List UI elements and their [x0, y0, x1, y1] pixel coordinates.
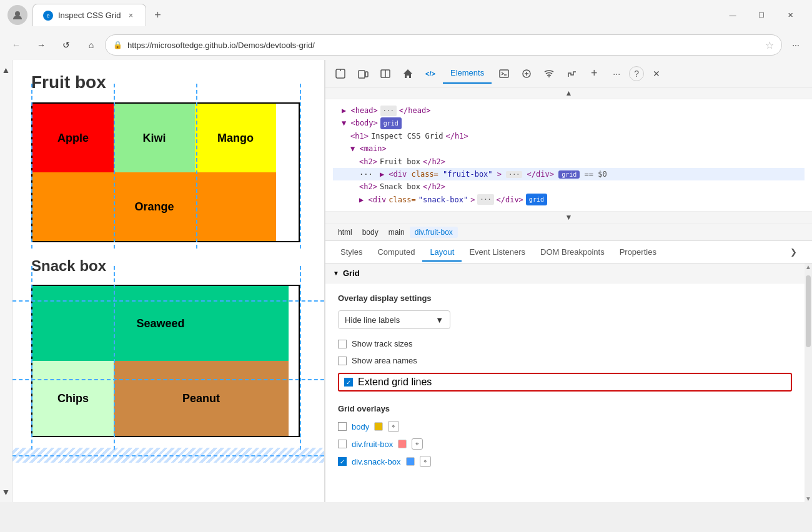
devtools-panel: </> Elements + ··· ? ✕ ▲	[325, 60, 812, 502]
overlay-body-label: body	[352, 422, 369, 431]
snack-ellipsis[interactable]: ···	[477, 194, 493, 205]
fruit-ellipsis[interactable]: ···	[506, 171, 522, 178]
performance-button[interactable]	[562, 64, 582, 84]
overlay-snack-label: div.snack-box	[352, 457, 401, 466]
h2-fruit-tag: <h2>	[359, 155, 377, 168]
div-fruit-tag: ▶ <div	[380, 170, 412, 179]
close-button[interactable]: ✕	[776, 5, 805, 25]
elements-icon[interactable]: </>	[420, 64, 440, 84]
url-text: https://microsoftedge.github.io/Demos/de…	[127, 41, 760, 50]
overlay-snack-color[interactable]	[406, 457, 415, 466]
bc-body[interactable]: body	[357, 227, 384, 238]
maximize-button[interactable]: ☐	[747, 5, 776, 25]
elements-tab[interactable]: Elements	[443, 64, 492, 84]
split-view-button[interactable]	[375, 64, 395, 84]
tab-styles[interactable]: Styles	[333, 242, 370, 262]
tab-close-button[interactable]: ×	[126, 11, 136, 21]
layout-section: Overlay display settings Hide line label…	[325, 283, 805, 483]
devtools-scrollbar[interactable]: ▲ ▼	[805, 264, 812, 502]
forward-button[interactable]: →	[30, 34, 52, 56]
div-fruit-class-value: "fruit-box"	[443, 170, 492, 179]
show-track-sizes-row: Show track sizes	[338, 339, 792, 348]
back-button[interactable]: ←	[5, 34, 27, 56]
address-bar[interactable]: 🔒 https://microsoftedge.github.io/Demos/…	[105, 34, 782, 56]
div-fruit-end: </div>	[527, 170, 554, 179]
scroll-down-arrow[interactable]: ▼	[805, 495, 812, 502]
bc-main[interactable]: main	[384, 227, 410, 238]
show-track-sizes-checkbox[interactable]	[338, 340, 347, 348]
bc-fruit-box[interactable]: div.fruit-box	[410, 227, 458, 238]
favorite-icon: ☆	[765, 39, 774, 51]
dom-scroll-up[interactable]: ▲	[563, 87, 575, 99]
lock-icon: 🔒	[113, 41, 122, 49]
dropdown-wrapper: Hide line labels ▼	[338, 310, 792, 329]
layout-content: ▼ Grid Overlay display settings Hide lin…	[325, 264, 805, 502]
h2-fruit-content: Fruit box	[380, 155, 420, 168]
home-devtools-button[interactable]	[398, 64, 418, 84]
kiwi-cell: Kiwi	[114, 104, 195, 172]
overlay-snack-row: ✓ div.snack-box ⌖	[338, 456, 792, 467]
device-emulation-button[interactable]	[353, 64, 373, 84]
grid-label: Grid	[343, 268, 360, 278]
line-labels-dropdown[interactable]: Hide line labels ▼	[338, 310, 450, 329]
tab-event-listeners[interactable]: Event Listeners	[462, 242, 533, 262]
overlay-fruit-link-icon[interactable]: ⌖	[412, 438, 423, 450]
scroll-up-button[interactable]: ▲	[2, 60, 11, 80]
close-devtools-button[interactable]: ✕	[646, 64, 666, 84]
overlay-snack-checkbox[interactable]: ✓	[338, 457, 347, 466]
user-avatar	[7, 5, 27, 25]
tab-computed[interactable]: Computed	[370, 242, 422, 262]
main-open-tag: ▼ <main>	[350, 142, 387, 155]
console-button[interactable]	[494, 64, 514, 84]
extend-grid-lines-row: ✓ Extend grid lines	[338, 373, 792, 392]
tab-properties[interactable]: Properties	[612, 242, 664, 262]
show-area-names-checkbox[interactable]	[338, 357, 347, 365]
more-tools-button[interactable]: ···	[607, 64, 626, 84]
scroll-up-arrow[interactable]: ▲	[805, 264, 812, 270]
minimize-button[interactable]: —	[718, 5, 747, 25]
head-ellipsis[interactable]: ···	[380, 106, 397, 116]
div-snack-class-attr: class=	[389, 194, 415, 206]
div-snack-close: >	[470, 194, 475, 206]
overlay-snack-link-icon[interactable]: ⌖	[420, 456, 431, 467]
tab-dom-breakpoints[interactable]: DOM Breakpoints	[533, 242, 612, 262]
fruit-grid: Apple Kiwi Mango Orange	[31, 102, 300, 242]
new-tab-button[interactable]: +	[146, 4, 169, 26]
h2-snack-close-tag: </h2>	[423, 180, 445, 193]
network-button[interactable]	[539, 64, 559, 84]
left-scroll-nav: ▲ ▼	[0, 60, 12, 502]
fruit-grid-badge[interactable]: grid	[558, 170, 580, 179]
fruit-box-heading: Fruit box	[31, 72, 305, 92]
tab-title: Inspect CSS Grid	[58, 11, 121, 20]
webpage-panel: ▲ ▼ Fruit box Apple Kiwi Mango Orange	[0, 60, 325, 502]
home-button[interactable]: ⌂	[80, 34, 102, 56]
grid-section-header[interactable]: ▼ Grid	[325, 264, 805, 283]
dom-scroll-down[interactable]: ▼	[563, 212, 575, 223]
dropdown-arrow: ▼	[435, 315, 443, 325]
overlay-body-checkbox[interactable]	[338, 422, 347, 431]
overlay-body-link-icon[interactable]: ⌖	[388, 421, 399, 432]
scroll-down-button[interactable]: ▼	[2, 482, 11, 502]
tab-layout[interactable]: Layout	[422, 242, 462, 262]
help-button[interactable]: ?	[629, 66, 644, 81]
active-tab[interactable]: e Inspect CSS Grid ×	[32, 4, 146, 26]
extend-grid-lines-checkbox[interactable]: ✓	[344, 378, 353, 387]
snack-grid-badge[interactable]: grid	[526, 194, 547, 205]
div-fruit-class-attr: class=	[412, 170, 438, 179]
tab-more-button[interactable]: ❯	[783, 242, 805, 262]
more-button[interactable]: ···	[785, 34, 807, 56]
add-tool-button[interactable]: +	[584, 64, 604, 84]
sources-button[interactable]	[517, 64, 537, 84]
body-grid-badge[interactable]: grid	[380, 117, 402, 129]
overlay-fruit-checkbox[interactable]	[338, 440, 347, 448]
show-area-names-row: Show area names	[338, 356, 792, 365]
overlay-body-color[interactable]	[374, 422, 383, 431]
dollar-zero: == $0	[585, 170, 607, 179]
scrollbar-thumb[interactable]	[806, 275, 811, 347]
refresh-button[interactable]: ↺	[55, 34, 77, 56]
h1-tag: <h1>	[350, 130, 369, 142]
dom-tree: ▶ <head> ··· </head> ▼ <body> grid <h1>I…	[325, 99, 812, 212]
inspect-element-button[interactable]	[330, 64, 350, 84]
overlay-fruit-color[interactable]	[398, 440, 407, 448]
bc-html[interactable]: html	[333, 227, 357, 238]
